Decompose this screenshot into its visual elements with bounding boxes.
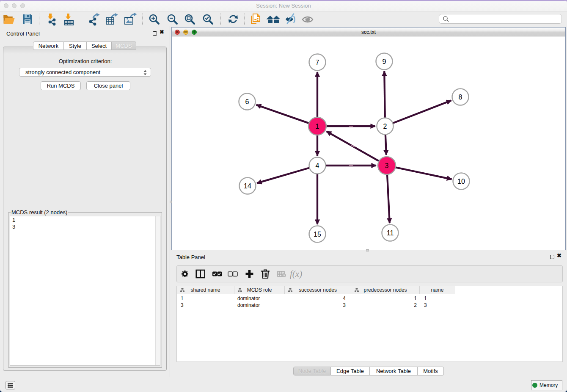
svg-text:4: 4 bbox=[316, 162, 319, 169]
svg-text:15: 15 bbox=[314, 231, 321, 238]
svg-text:8: 8 bbox=[459, 94, 462, 101]
svg-text:3: 3 bbox=[385, 162, 389, 169]
svg-text:f(x): f(x) bbox=[290, 269, 302, 279]
svg-text:7: 7 bbox=[316, 59, 319, 66]
svg-text:2: 2 bbox=[383, 123, 387, 130]
svg-text:14: 14 bbox=[244, 182, 251, 190]
svg-text:10: 10 bbox=[457, 178, 465, 185]
svg-text:11: 11 bbox=[387, 229, 394, 237]
svg-text:6: 6 bbox=[245, 98, 249, 105]
svg-text:1: 1 bbox=[316, 123, 319, 130]
svg-text:9: 9 bbox=[383, 58, 386, 65]
